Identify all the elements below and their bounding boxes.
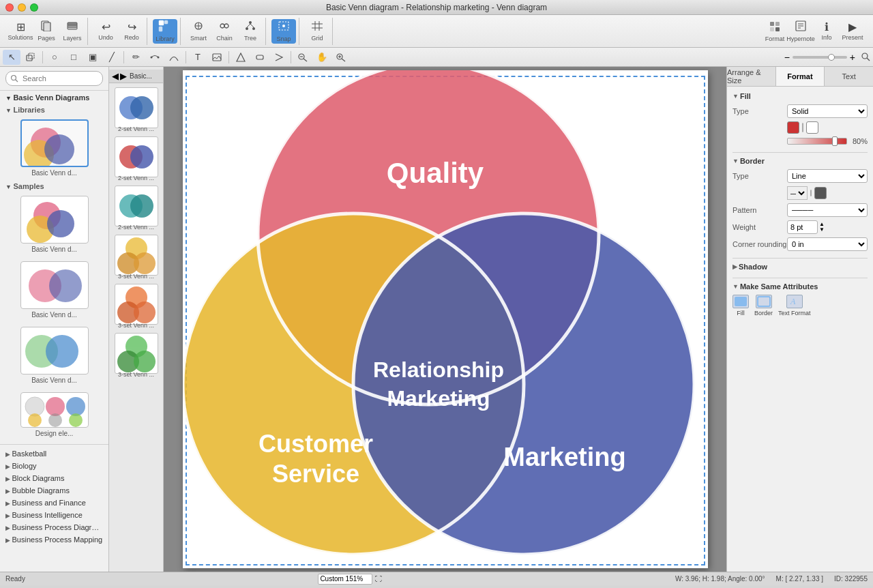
fill-color-swatch[interactable]	[787, 121, 799, 134]
sidebar-item-basketball[interactable]: Basketball	[0, 447, 108, 460]
close-button[interactable]	[5, 3, 14, 12]
zoom-input[interactable]	[318, 574, 372, 585]
fill-color-swatch-white[interactable]	[806, 121, 818, 134]
tab-text[interactable]: Text	[825, 67, 873, 86]
template-nav-back[interactable]: ◀	[112, 71, 119, 81]
zoom-slider[interactable]	[793, 56, 847, 59]
info-button[interactable]: ℹ Info	[814, 19, 839, 44]
subselect-tool[interactable]	[22, 50, 40, 65]
canvas-background[interactable]: Quality Customer Service Marketing Relat…	[164, 67, 726, 572]
expand-icon[interactable]: ⛶	[375, 575, 382, 583]
template-item-4[interactable]: 3-set Venn ...	[115, 235, 158, 280]
zoom-in-btn[interactable]	[332, 50, 350, 65]
smart-button[interactable]: Smart	[186, 19, 211, 44]
color-gradient-bar[interactable]	[802, 123, 803, 132]
sidebar-section-basic-venn[interactable]: ▼ Basic Venn Diagrams	[0, 91, 108, 104]
template-thumb-1[interactable]	[115, 87, 158, 128]
template-thumb-6[interactable]	[115, 333, 158, 374]
sample-thumb-1[interactable]: Basic Venn d...	[0, 192, 108, 257]
tab-arrange[interactable]: Arrange & Size	[727, 67, 776, 86]
border-section-header[interactable]: Border	[733, 157, 868, 165]
sample-thumb-2[interactable]: Basic Venn d...	[0, 257, 108, 323]
make-same-fill[interactable]: Fill	[733, 295, 749, 317]
canvas-area[interactable]: Quality Customer Service Marketing Relat…	[164, 67, 726, 572]
sidebar-subsection-libraries[interactable]: ▼ Libraries	[0, 104, 108, 115]
border-pattern-select[interactable]: ────	[787, 203, 868, 217]
make-same-border[interactable]: Border	[754, 295, 773, 317]
shadow-section-header[interactable]: Shadow	[733, 263, 868, 271]
line-tool[interactable]: ╱	[103, 50, 121, 65]
sidebar-item-block-diagrams[interactable]: Block Diagrams	[0, 472, 108, 484]
library-button[interactable]: Library	[153, 19, 177, 44]
border-type-select[interactable]: Line	[787, 169, 868, 183]
template-nav-forward[interactable]: ▶	[120, 71, 127, 81]
rect-filled-tool[interactable]: ▣	[84, 50, 102, 65]
ellipse-tool[interactable]: ○	[46, 50, 63, 65]
template-item-2[interactable]: 2-set Venn ...	[115, 136, 158, 181]
pen-tool[interactable]: ✏	[127, 50, 145, 65]
sidebar-item-business-finance[interactable]: Business and Finance	[0, 497, 108, 509]
solutions-button[interactable]: ⊞ Solutions	[8, 19, 33, 44]
template-item-5[interactable]: 3-set Venn ...	[115, 284, 158, 329]
arc-tool[interactable]	[165, 50, 183, 65]
fill-section-header[interactable]: Fill	[733, 92, 868, 100]
toolbar-grid-group: Grid	[302, 18, 333, 45]
format-view-button[interactable]: Format	[763, 19, 787, 44]
opacity-slider-track[interactable]	[787, 138, 847, 145]
design-elements-item[interactable]: Design ele...	[0, 388, 108, 441]
minimize-button[interactable]	[18, 3, 26, 12]
text-tool[interactable]: T	[189, 50, 207, 65]
tab-format[interactable]: Format	[776, 67, 825, 86]
template-item-6[interactable]: 3-set Venn ...	[115, 333, 158, 378]
undo-button[interactable]: ↩ Undo	[93, 19, 118, 44]
make-same-header[interactable]: Make Same Attributes	[733, 282, 868, 291]
grid-button[interactable]: Grid	[305, 19, 329, 44]
zoom-plus[interactable]: +	[850, 52, 855, 63]
pages-button[interactable]: Pages	[34, 19, 59, 44]
action-btn2[interactable]	[251, 50, 269, 65]
design-elements-label: Design ele...	[35, 430, 74, 437]
tree-button[interactable]: Tree	[238, 19, 263, 44]
redo-button[interactable]: ↪ Redo	[119, 19, 144, 44]
border-weight-input[interactable]	[787, 220, 818, 234]
template-thumb-5[interactable]	[115, 284, 158, 325]
search-input[interactable]	[5, 71, 103, 86]
zoom-minus[interactable]: −	[784, 52, 790, 63]
select-tool[interactable]: ↖	[3, 50, 20, 65]
template-thumb-2[interactable]	[115, 136, 158, 177]
connector-tool[interactable]	[146, 50, 164, 65]
sidebar-item-bubble-diagrams[interactable]: Bubble Diagrams	[0, 484, 108, 497]
present-button[interactable]: ▶ Present	[840, 19, 865, 44]
library-thumb-item[interactable]: Basic Venn d...	[0, 115, 108, 181]
rect-tool[interactable]: □	[65, 50, 83, 65]
template-item-1[interactable]: 2-set Venn ...	[115, 87, 158, 132]
sidebar-item-business-intelligence[interactable]: Business Intelligence	[0, 509, 108, 521]
template-thumb-4[interactable]	[115, 235, 158, 276]
image-tool[interactable]	[208, 50, 226, 65]
pan-tool[interactable]: ✋	[313, 50, 331, 65]
template-thumb-3[interactable]	[115, 186, 158, 226]
chain-button[interactable]: Chain	[212, 19, 237, 44]
corner-rounding-select[interactable]: 0 in	[787, 237, 868, 251]
action-btn1[interactable]	[232, 50, 250, 65]
make-same-text-format[interactable]: A Text Format	[778, 295, 811, 317]
sidebar-item-biology[interactable]: Biology	[0, 460, 108, 472]
venn-diagram-svg[interactable]: Quality Customer Service Marketing Relat…	[183, 70, 708, 568]
border-color-swatch[interactable]	[814, 187, 827, 199]
snap-button[interactable]: Snap	[271, 19, 296, 44]
layers-button[interactable]: Layers	[60, 19, 85, 44]
sidebar-item-business-process-mapping[interactable]: Business Process Mapping	[0, 533, 108, 546]
sidebar-item-business-process-diagrams[interactable]: Business Process Diagrams	[0, 521, 108, 533]
maximize-button[interactable]	[30, 3, 38, 12]
fill-type-select[interactable]: Solid	[787, 104, 868, 118]
sample-thumb-3[interactable]: Basic Venn d...	[0, 323, 108, 388]
sidebar-subsection-samples[interactable]: ▼ Samples	[0, 181, 108, 192]
template-item-3[interactable]: 2-set Venn ...	[115, 186, 158, 231]
border-color-bar[interactable]	[810, 190, 812, 196]
weight-down[interactable]: ▼	[819, 227, 825, 233]
border-style-select[interactable]: —	[787, 186, 808, 200]
action-btn3[interactable]	[270, 50, 288, 65]
hypernote-button[interactable]: Hypernote	[788, 19, 813, 44]
canvas-page[interactable]: Quality Customer Service Marketing Relat…	[183, 70, 708, 568]
zoom-out-btn[interactable]	[294, 50, 312, 65]
